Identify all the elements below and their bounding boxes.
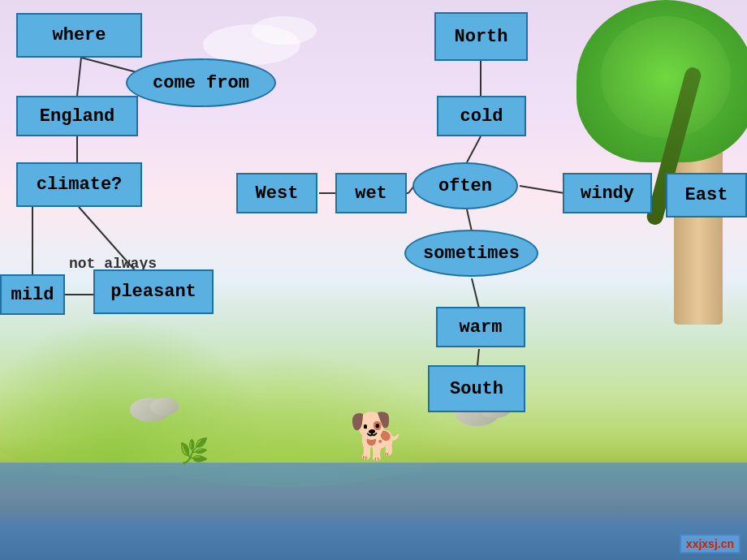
- england-node: England: [16, 96, 138, 136]
- where-node: where: [16, 13, 142, 58]
- climate-node: climate?: [16, 162, 142, 207]
- west-node: West: [236, 173, 317, 213]
- warm-node: warm: [436, 307, 525, 347]
- south-node: South: [428, 365, 525, 412]
- cold-node: cold: [437, 96, 526, 136]
- grass-plant: 🌿: [179, 437, 209, 467]
- dog-character: 🐕: [349, 410, 414, 459]
- north-node: North: [434, 12, 528, 61]
- stone-2: [150, 398, 179, 416]
- pleasant-node: pleasant: [93, 269, 214, 314]
- mild-node: mild: [0, 274, 65, 315]
- often-node: often: [412, 162, 518, 209]
- tree-canopy2: [601, 16, 731, 138]
- windy-node: windy: [563, 173, 652, 213]
- watermark: xxjxsj.cn: [680, 534, 741, 554]
- sometimes-node: sometimes: [404, 230, 538, 277]
- water: [0, 463, 747, 560]
- east-node: East: [666, 173, 747, 218]
- come-from-node: come from: [126, 58, 276, 107]
- cloud-2: [252, 16, 317, 45]
- wet-node: wet: [335, 173, 407, 213]
